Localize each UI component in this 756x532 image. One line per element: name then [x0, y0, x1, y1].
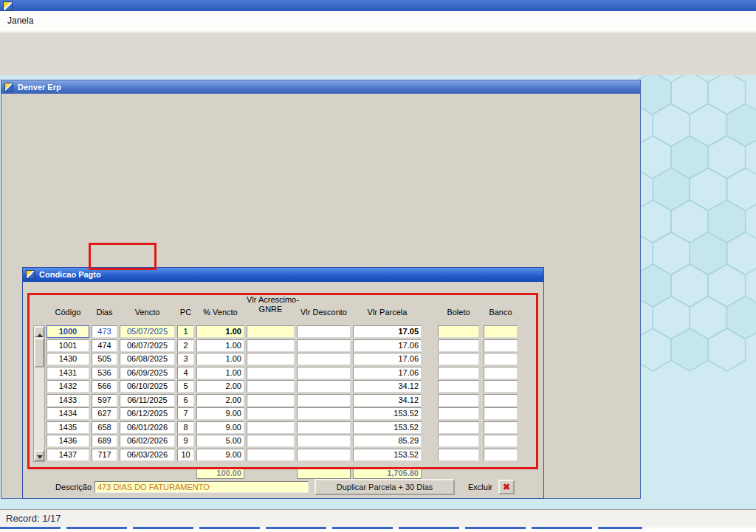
grid-cell[interactable]: 5 [177, 380, 194, 393]
excluir-button[interactable]: ✖ [498, 480, 515, 494]
grid-cell[interactable]: 473 [92, 325, 117, 338]
grid-cell[interactable]: 17.05 [353, 325, 422, 338]
grid-cell[interactable]: 1436 [47, 435, 89, 447]
grid-cell[interactable] [297, 435, 351, 447]
grid-cell[interactable] [484, 367, 518, 379]
grid-cell[interactable]: 06/01/2026 [120, 421, 175, 434]
grid-cell[interactable]: 3 [177, 353, 194, 365]
grid-cell[interactable] [438, 339, 479, 352]
grid-cell[interactable]: 2 [177, 339, 194, 352]
grid-cell[interactable] [484, 421, 518, 434]
grid-cell[interactable] [247, 353, 295, 365]
grid-cell[interactable]: 1437 [47, 449, 89, 461]
grid-cell[interactable] [297, 421, 351, 434]
grid-cell[interactable] [484, 339, 518, 352]
grid-cell[interactable]: 1.00 [196, 339, 244, 352]
grid-cell[interactable]: 1434 [47, 407, 89, 420]
grid-cell[interactable] [484, 407, 518, 420]
grid-cell[interactable]: 8 [177, 421, 194, 434]
grid-cell[interactable]: 85.29 [353, 435, 422, 447]
grid-cell[interactable]: 06/10/2025 [120, 380, 175, 393]
grid-cell[interactable] [438, 380, 479, 393]
grid-cell[interactable]: 06/12/2025 [120, 407, 175, 420]
grid-cell[interactable] [438, 449, 479, 461]
grid-cell[interactable]: 2.00 [196, 380, 244, 393]
grid-cell[interactable]: 1432 [47, 380, 89, 393]
grid-cell[interactable]: 10 [177, 449, 194, 461]
grid-cell[interactable] [247, 339, 295, 352]
grid-cell[interactable] [247, 421, 295, 434]
grid-cell[interactable]: 1.00 [196, 353, 244, 365]
grid-cell[interactable]: 597 [92, 394, 117, 407]
grid-cell[interactable] [297, 353, 351, 365]
grid-cell[interactable] [247, 380, 295, 393]
grid-cell[interactable]: 1.00 [196, 325, 244, 338]
grid-cell[interactable]: 566 [92, 380, 117, 393]
grid-cell[interactable]: 4 [177, 367, 194, 379]
grid-cell[interactable]: 1435 [47, 421, 89, 434]
grid-cell[interactable]: 1430 [47, 353, 89, 365]
grid-cell[interactable]: 1000 [47, 325, 89, 338]
grid-cell[interactable]: 1001 [47, 339, 89, 352]
grid-cell[interactable] [438, 325, 479, 338]
grid-cell[interactable] [297, 394, 351, 407]
grid-cell[interactable]: 9.00 [196, 449, 244, 461]
grid-cell[interactable] [484, 394, 518, 407]
grid-cell[interactable]: 06/08/2025 [120, 353, 175, 365]
duplicar-parcela-button[interactable]: Duplicar Parcela + 30 Dias [315, 479, 455, 495]
grid-cell[interactable]: 06/03/2026 [120, 449, 175, 461]
grid-cell[interactable]: 536 [92, 367, 117, 379]
grid-cell[interactable] [247, 407, 295, 420]
grid-cell[interactable] [484, 435, 518, 447]
grid-cell[interactable] [297, 325, 351, 338]
grid-cell[interactable] [247, 449, 295, 461]
grid-cell[interactable] [484, 380, 518, 393]
grid-cell[interactable]: 1431 [47, 367, 89, 379]
grid-cell[interactable] [484, 449, 518, 461]
grid-cell[interactable]: 17.06 [353, 367, 422, 379]
grid-cell[interactable]: 1433 [47, 394, 89, 407]
grid-cell[interactable]: 153.52 [353, 449, 422, 461]
grid-cell[interactable]: 9.00 [196, 407, 244, 420]
grid-cell[interactable]: 06/11/2025 [120, 394, 175, 407]
grid-cell[interactable]: 06/07/2025 [120, 339, 175, 352]
grid-cell[interactable] [297, 367, 351, 379]
grid-cell[interactable]: 2.00 [196, 394, 244, 407]
grid-cell[interactable] [297, 407, 351, 420]
grid-cell[interactable]: 658 [92, 421, 117, 434]
grid-cell[interactable] [247, 367, 295, 379]
window-titlebar[interactable]: Denver Erp [1, 80, 640, 94]
grid-cell[interactable]: 06/02/2026 [120, 435, 175, 447]
grid-cell[interactable]: 06/09/2025 [120, 367, 175, 379]
grid-cell[interactable]: 505 [92, 353, 117, 365]
grid-cell[interactable]: 9 [177, 435, 194, 447]
grid-cell[interactable]: 1 [177, 325, 194, 338]
grid-cell[interactable]: 1.00 [196, 367, 244, 379]
grid-cell[interactable] [438, 394, 479, 407]
grid-cell[interactable] [297, 449, 351, 461]
grid-cell[interactable]: 153.52 [353, 421, 422, 434]
grid-cell[interactable] [297, 339, 351, 352]
grid-cell[interactable]: 9.00 [196, 421, 244, 434]
grid-cell[interactable] [247, 435, 295, 447]
grid-cell[interactable]: 474 [92, 339, 117, 352]
grid-cell[interactable]: 34.12 [353, 380, 422, 393]
menu-janela[interactable]: Janela [7, 15, 33, 26]
grid-cell[interactable]: 17.06 [353, 353, 422, 365]
grid-cell[interactable] [484, 325, 518, 338]
grid-cell[interactable]: 17.06 [353, 339, 422, 352]
dialog-titlebar[interactable]: Condicao Pagto [23, 268, 543, 282]
grid-cell[interactable]: 05/07/2025 [120, 325, 175, 338]
grid-cell[interactable]: 153.52 [353, 407, 422, 420]
grid-cell[interactable] [438, 407, 479, 420]
os-titlebar[interactable] [0, 0, 756, 11]
grid-cell[interactable] [438, 435, 479, 447]
grid-cell[interactable] [297, 380, 351, 393]
grid-cell[interactable]: 7 [177, 407, 194, 420]
grid-cell[interactable] [247, 325, 295, 338]
grid-cell[interactable] [438, 353, 479, 365]
grid-cell[interactable] [438, 421, 479, 434]
grid-cell[interactable]: 6 [177, 394, 194, 407]
grid-cell[interactable]: 34.12 [353, 394, 422, 407]
grid-cell[interactable]: 627 [92, 407, 117, 420]
